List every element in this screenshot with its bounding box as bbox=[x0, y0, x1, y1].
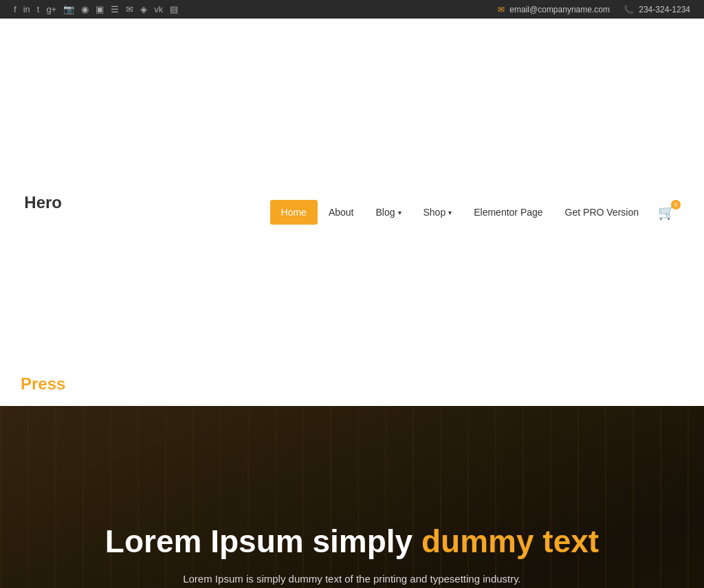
blog-dropdown-icon: ▾ bbox=[398, 209, 402, 216]
social-linkedin[interactable]: in bbox=[23, 4, 30, 14]
social-facebook[interactable]: f bbox=[14, 4, 16, 14]
contact-phone: 📞 234-324-1234 bbox=[624, 5, 690, 14]
top-bar: f in t g+ 📷 ◉ ▣ ☰ ✉ ◈ vk ▤ ✉ email@compa… bbox=[0, 0, 704, 19]
social-links: f in t g+ 📷 ◉ ▣ ☰ ✉ ◈ vk ▤ bbox=[14, 4, 178, 14]
social-gplus[interactable]: g+ bbox=[46, 4, 56, 14]
nav-blog[interactable]: Blog ▾ bbox=[364, 200, 412, 225]
contact-info: ✉ email@companyname.com 📞 234-324-1234 bbox=[498, 5, 690, 14]
hero-title: Lorem Ipsum simply dummy text bbox=[105, 523, 599, 561]
social-behance[interactable]: ▣ bbox=[96, 4, 104, 14]
social-skype[interactable]: ◈ bbox=[140, 4, 147, 14]
hero-title-plain: Lorem Ipsum simply bbox=[105, 523, 421, 559]
cart-badge: 0 bbox=[671, 200, 681, 210]
social-dribbble[interactable]: ◉ bbox=[81, 4, 89, 14]
nav-about[interactable]: About bbox=[318, 200, 365, 225]
header: HeroPress Home About Blog ▾ Shop ▾ Eleme… bbox=[0, 19, 704, 406]
social-twitter[interactable]: t bbox=[37, 4, 40, 14]
hero-subtitle: Lorem Ipsum is simply dummy text of the … bbox=[105, 573, 599, 585]
hero-section: Lorem Ipsum simply dummy text Lorem Ipsu… bbox=[0, 406, 704, 588]
nav-elementor[interactable]: Elementor Page bbox=[463, 200, 553, 225]
email-icon: ✉ bbox=[498, 5, 505, 14]
main-nav: Home About Blog ▾ Shop ▾ Elementor Page … bbox=[270, 199, 683, 226]
logo[interactable]: HeroPress bbox=[21, 31, 65, 394]
logo-press: Press bbox=[21, 374, 65, 393]
contact-email: ✉ email@companyname.com bbox=[498, 5, 610, 14]
nav-pro[interactable]: Get PRO Version bbox=[554, 200, 650, 225]
cart-button[interactable]: 🛒 0 bbox=[650, 199, 683, 226]
social-wordpress[interactable]: ☰ bbox=[111, 4, 119, 14]
social-extra[interactable]: ▤ bbox=[170, 4, 178, 14]
social-email[interactable]: ✉ bbox=[126, 4, 133, 14]
shop-dropdown-icon: ▾ bbox=[448, 209, 452, 216]
social-instagram[interactable]: 📷 bbox=[63, 4, 74, 14]
phone-icon: 📞 bbox=[624, 5, 634, 14]
hero-content: Lorem Ipsum simply dummy text Lorem Ipsu… bbox=[78, 523, 626, 588]
nav-home[interactable]: Home bbox=[270, 200, 318, 225]
logo-hero: Hero bbox=[21, 31, 65, 374]
nav-shop[interactable]: Shop ▾ bbox=[412, 200, 463, 225]
social-vk[interactable]: vk bbox=[154, 4, 163, 14]
hero-title-highlight: dummy text bbox=[421, 523, 599, 559]
